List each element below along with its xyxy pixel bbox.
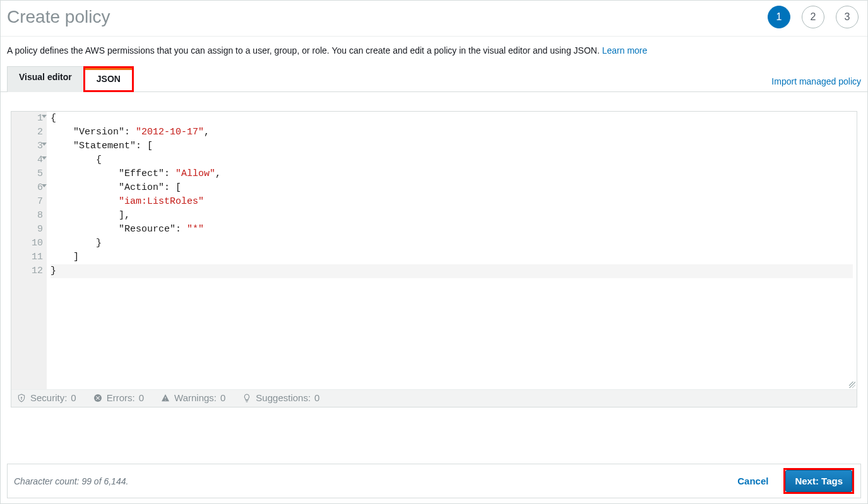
character-count: Character count: 99 of 6,144. bbox=[14, 476, 128, 486]
line-number: 12 bbox=[21, 264, 43, 278]
header: Create policy 1 2 3 bbox=[1, 1, 867, 37]
tab-json[interactable]: JSON bbox=[85, 68, 132, 90]
shield-icon bbox=[16, 393, 27, 403]
code-line[interactable]: "Effect": "Allow", bbox=[51, 167, 853, 181]
code-line[interactable]: "iam:ListRoles" bbox=[51, 195, 853, 209]
tabs: Visual editor JSON bbox=[7, 66, 134, 91]
lightbulb-icon bbox=[242, 393, 252, 403]
description-text: A policy defines the AWS permissions tha… bbox=[7, 45, 600, 56]
footer: Character count: 99 of 6,144. Cancel Nex… bbox=[7, 464, 861, 498]
code-line[interactable]: } bbox=[51, 237, 853, 250]
line-number: 6 bbox=[21, 181, 43, 195]
status-warnings[interactable]: Warnings: 0 bbox=[160, 392, 225, 403]
tab-visual-editor[interactable]: Visual editor bbox=[7, 66, 84, 92]
line-number: 10 bbox=[21, 237, 43, 250]
next-tags-button[interactable]: Next: Tags bbox=[785, 470, 852, 492]
code-line[interactable]: "Version": "2012-10-17", bbox=[51, 126, 853, 139]
line-number: 9 bbox=[21, 223, 43, 237]
footer-actions: Cancel Next: Tags bbox=[731, 468, 854, 494]
code-line[interactable]: "Resource": "*" bbox=[51, 223, 853, 237]
editor-statusbar: Security: 0 Errors: 0 Warnings: 0 Sugges… bbox=[11, 389, 857, 407]
line-number: 4 bbox=[21, 153, 43, 167]
line-number: 7 bbox=[21, 195, 43, 209]
tabs-row: Visual editor JSON Import managed policy bbox=[1, 59, 867, 92]
learn-more-link[interactable]: Learn more bbox=[602, 45, 648, 56]
status-suggestions[interactable]: Suggestions: 0 bbox=[242, 392, 319, 403]
line-number: 5 bbox=[21, 167, 43, 181]
line-number: 3 bbox=[21, 139, 43, 153]
step-1[interactable]: 1 bbox=[768, 6, 790, 28]
line-number: 1 bbox=[21, 112, 43, 126]
fold-icon[interactable] bbox=[42, 143, 47, 146]
fold-icon[interactable] bbox=[42, 156, 47, 160]
code-line[interactable]: { bbox=[51, 153, 853, 167]
page-title: Create policy bbox=[7, 7, 110, 27]
code-line[interactable]: } bbox=[51, 264, 853, 278]
fold-icon[interactable] bbox=[42, 184, 47, 187]
code-line[interactable]: "Action": [ bbox=[51, 181, 853, 195]
import-managed-policy-link[interactable]: Import managed policy bbox=[771, 76, 861, 91]
json-editor-container: 123456789101112 { "Version": "2012-10-17… bbox=[11, 111, 857, 407]
svg-point-6 bbox=[165, 399, 165, 400]
code-line[interactable]: { bbox=[51, 112, 853, 126]
status-security[interactable]: Security: 0 bbox=[16, 392, 76, 403]
warning-icon bbox=[160, 393, 170, 403]
page-frame: Create policy 1 2 3 A policy defines the… bbox=[0, 0, 868, 504]
line-number: 8 bbox=[21, 209, 43, 223]
svg-point-0 bbox=[21, 397, 21, 397]
step-3[interactable]: 3 bbox=[836, 6, 859, 28]
step-2[interactable]: 2 bbox=[802, 6, 824, 28]
code-line[interactable]: "Statement": [ bbox=[51, 139, 853, 153]
highlight-next-button: Next: Tags bbox=[783, 468, 854, 494]
json-editor[interactable]: 123456789101112 { "Version": "2012-10-17… bbox=[11, 112, 857, 389]
line-number: 11 bbox=[21, 250, 43, 264]
status-errors[interactable]: Errors: 0 bbox=[93, 392, 144, 403]
code-line[interactable]: ], bbox=[51, 209, 853, 223]
line-number-gutter: 123456789101112 bbox=[11, 112, 47, 389]
error-icon bbox=[93, 393, 103, 403]
resize-handle-icon[interactable] bbox=[847, 380, 856, 389]
wizard-steps: 1 2 3 bbox=[768, 6, 859, 28]
fold-icon[interactable] bbox=[42, 115, 47, 118]
description: A policy defines the AWS permissions tha… bbox=[1, 37, 867, 59]
code-line[interactable]: ] bbox=[51, 250, 853, 264]
highlight-json-tab: JSON bbox=[83, 66, 134, 92]
line-number: 2 bbox=[21, 126, 43, 139]
cancel-button[interactable]: Cancel bbox=[731, 472, 775, 490]
code-area[interactable]: { "Version": "2012-10-17", "Statement": … bbox=[47, 112, 857, 389]
